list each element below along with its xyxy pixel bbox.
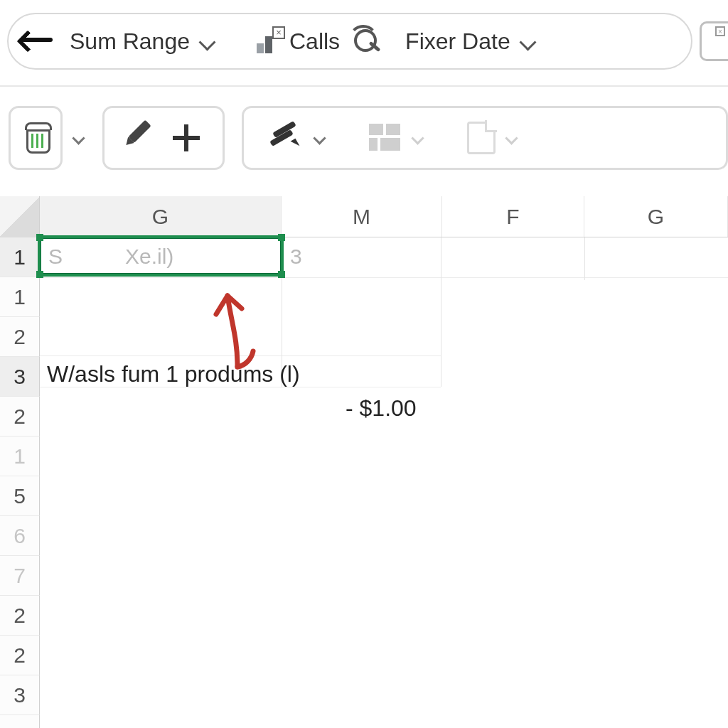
side-panel-toggle[interactable]: × — [700, 21, 728, 61]
cell-right-char: 3 — [290, 245, 302, 269]
column-header[interactable]: G — [40, 196, 282, 237]
annotation-arrow — [195, 274, 266, 374]
row-header[interactable]: 5 — [0, 476, 40, 516]
calls-button[interactable]: × Calls — [257, 28, 340, 55]
search-loop-icon — [353, 28, 384, 55]
row-header[interactable]: 3 — [0, 675, 40, 715]
search-button[interactable] — [353, 28, 384, 55]
document-icon — [467, 122, 496, 154]
chevron-down-icon — [198, 36, 215, 46]
row-header[interactable]: 3 — [0, 357, 40, 397]
row-header[interactable]: 2 — [0, 596, 40, 636]
spreadsheet: G M F G 1 1 2 3 2 1 5 6 7 2 2 3 9 — [0, 196, 728, 728]
cell-text: W/asls fum 1 produms (l) — [47, 361, 300, 387]
delete-group — [9, 106, 85, 170]
highlighter-dropdown[interactable] — [268, 122, 326, 154]
sum-range-label: Sum Range — [70, 28, 190, 55]
row-header[interactable]: 1 — [0, 277, 40, 317]
cell-value: - $1.00 — [346, 395, 417, 422]
back-arrow-icon[interactable] — [21, 31, 57, 52]
divider — [0, 85, 728, 87]
document-dropdown[interactable] — [467, 122, 518, 154]
grid-icon — [369, 124, 402, 152]
row-header[interactable]: 1 — [0, 237, 40, 277]
extra-tools-group — [242, 106, 728, 170]
edit-add-button[interactable] — [102, 106, 225, 170]
chevron-down-icon[interactable] — [73, 134, 85, 142]
row-header[interactable]: 6 — [0, 516, 40, 556]
trash-icon — [23, 122, 53, 154]
row-header[interactable]: 2 — [0, 317, 40, 357]
calls-label: Calls — [289, 28, 340, 55]
row-header[interactable]: 1 — [0, 437, 40, 476]
column-header[interactable]: G — [584, 196, 728, 237]
grid[interactable]: S Xe.il) 3 W/asls fum 1 produms (l) - $1… — [40, 237, 728, 728]
row-header[interactable]: 2 — [0, 397, 40, 437]
cell-ghost-text: Xe.il) — [125, 245, 173, 269]
select-all-corner[interactable] — [0, 196, 40, 237]
column-header[interactable]: F — [442, 196, 584, 237]
row-header[interactable]: 7 — [0, 556, 40, 596]
layout-dropdown[interactable] — [369, 124, 424, 152]
rows-area: 1 1 2 3 2 1 5 6 7 2 2 3 9 S Xe.i — [0, 237, 728, 728]
tools-row — [9, 100, 728, 176]
delete-button[interactable] — [9, 106, 63, 170]
column-header-row: G M F G — [0, 196, 728, 237]
chevron-down-icon — [314, 134, 326, 142]
chart-icon: × — [257, 29, 281, 53]
pen-icon — [119, 114, 165, 161]
highlighter-icon — [268, 122, 304, 154]
fixer-date-dropdown[interactable]: Fixer Date — [405, 28, 536, 55]
sum-range-dropdown[interactable]: Sum Range — [70, 28, 215, 55]
row-header[interactable]: 2 — [0, 636, 40, 675]
cell-left-char: S — [48, 245, 63, 269]
row-header[interactable]: 9 — [0, 715, 40, 728]
chevron-down-icon — [519, 36, 536, 46]
row-headers: 1 1 2 3 2 1 5 6 7 2 2 3 9 — [0, 237, 40, 728]
chevron-down-icon — [412, 134, 424, 142]
top-toolbar: Sum Range × Calls Fixer Date — [7, 13, 692, 70]
column-header[interactable]: M — [282, 196, 442, 237]
plus-icon — [171, 123, 201, 153]
fixer-date-label: Fixer Date — [405, 28, 510, 55]
chevron-down-icon — [505, 134, 518, 142]
